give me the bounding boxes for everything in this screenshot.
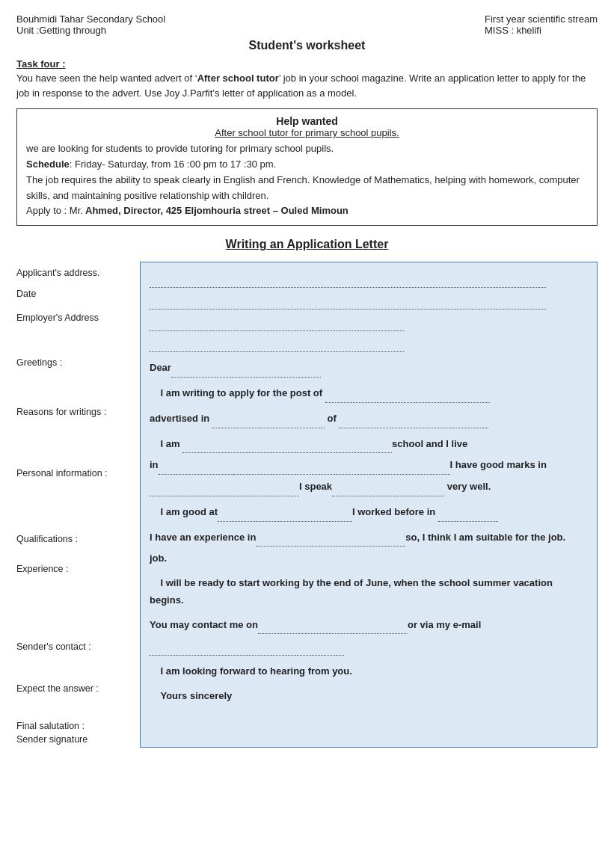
- personal-text2a: in: [150, 459, 159, 470]
- sender-line1: You may contact me on or via my e-mail: [150, 617, 588, 635]
- exp-text1: I have an experience in: [150, 532, 256, 543]
- reasons-text1: I am writing to apply for the post of: [160, 387, 322, 398]
- availability-text: I will be ready to start working by the …: [150, 577, 553, 606]
- sender-text2: or via my e-mail: [408, 619, 481, 630]
- final-text: Yours sincerely: [160, 690, 232, 701]
- expect-line: I am looking forward to hearing from you…: [150, 663, 588, 680]
- label-applicant: Applicant's address.: [16, 268, 140, 278]
- reasons-line1: I am writing to apply for the post of: [150, 385, 588, 403]
- label-employer: Employer's Address: [16, 313, 140, 323]
- task-text: You have seen the help wanted advert of …: [16, 71, 598, 101]
- personal-text3a: I speak: [299, 481, 332, 492]
- label-personal: Personal information :: [16, 468, 140, 478]
- reasons-line2: advertised in of: [150, 410, 588, 428]
- sender-line2: [150, 638, 588, 656]
- writing-title: Writing an Application Letter: [16, 238, 598, 251]
- hw-line3: The job requires the ability to speak cl…: [26, 173, 588, 204]
- schedule-text: : Friday- Saturday, from 16 :00 pm to 17…: [70, 158, 277, 170]
- stream-name: First year scientific stream: [485, 13, 598, 25]
- personal-line3: I speak very well.: [150, 478, 588, 496]
- label-reasons: Reasons for writings :: [16, 407, 140, 417]
- letter-labels: Applicant's address. Date Employer's Add…: [16, 262, 140, 748]
- hw-title: Help wanted: [26, 115, 588, 127]
- worksheet-title: Student's worksheet: [16, 39, 598, 52]
- hw-subtitle: After school tutor for primary school pu…: [26, 127, 588, 138]
- personal-text1b: school and I live: [392, 438, 467, 449]
- task-label: Task four :: [16, 58, 66, 70]
- task-section: Task four : You have seen the help wante…: [16, 58, 598, 101]
- hw-line4: Apply to : Mr. Ahmed, Director, 425 Eljo…: [26, 203, 588, 219]
- qual-text1: I am good at: [160, 506, 218, 517]
- expect-text: I am looking forward to hearing from you…: [160, 665, 351, 677]
- personal-text1a: I am: [160, 438, 179, 449]
- qualifications-line: I am good at I worked before in: [150, 504, 588, 522]
- personal-line1: I am school and I live: [150, 436, 588, 454]
- label-expect: Expect the answer :: [16, 683, 140, 694]
- label-qualifications: Qualifications :: [16, 534, 140, 544]
- letter-body: Dear I am writing to apply for the post …: [140, 262, 598, 748]
- experience-line1: I have an experience in so, I think I am…: [150, 529, 588, 547]
- header-right: First year scientific stream MISS : khel…: [485, 13, 598, 36]
- personal-line2: in I have good marks in: [150, 457, 588, 475]
- label-final: Final salutation :: [16, 721, 140, 731]
- label-experience: Experience :: [16, 564, 140, 574]
- employer-address-line1: [150, 313, 588, 331]
- personal-text2b: I have good marks in: [450, 459, 547, 470]
- hw-line2: Schedule: Friday- Saturday, from 16 :00 …: [26, 157, 588, 173]
- unit-name: Unit :Getting through: [16, 25, 165, 36]
- greetings-line: Dear: [150, 360, 588, 378]
- label-sender: Sender's contact :: [16, 641, 140, 652]
- sender-text1: You may contact me on: [150, 619, 258, 630]
- exp-job: job.: [150, 552, 167, 564]
- personal-text3b: very well.: [447, 481, 491, 492]
- label-greetings: Greetings :: [16, 357, 140, 368]
- teacher-name: MISS : khelifi: [485, 25, 598, 36]
- hw-line1: we are looking for students to provide t…: [26, 141, 588, 157]
- school-name: Bouhmidi Tahar Secondary School: [16, 13, 165, 25]
- date-line: [150, 292, 588, 310]
- letter-layout: Applicant's address. Date Employer's Add…: [16, 262, 598, 748]
- availability-line: I will be ready to start working by the …: [150, 575, 588, 609]
- exp-text2: so, I think I am suitable for the job.: [405, 532, 565, 543]
- reasons-text2a: advertised in: [150, 413, 209, 424]
- qual-text2: I worked before in: [352, 506, 435, 517]
- experience-line2: job.: [150, 550, 588, 567]
- dear-label: Dear: [150, 362, 171, 373]
- schedule-label: Schedule: [26, 158, 70, 170]
- header: Bouhmidi Tahar Secondary School Unit :Ge…: [16, 13, 598, 36]
- header-left: Bouhmidi Tahar Secondary School Unit :Ge…: [16, 13, 165, 36]
- signature-line: [150, 712, 588, 730]
- reasons-text2b: of: [327, 413, 336, 424]
- help-wanted-box: Help wanted After school tutor for prima…: [16, 108, 598, 226]
- final-line: Yours sincerely: [150, 688, 588, 705]
- employer-address-line2: [150, 335, 588, 353]
- label-signature: Sender signature: [16, 734, 140, 745]
- applicant-address-line1: [150, 270, 588, 288]
- label-date: Date: [16, 289, 140, 299]
